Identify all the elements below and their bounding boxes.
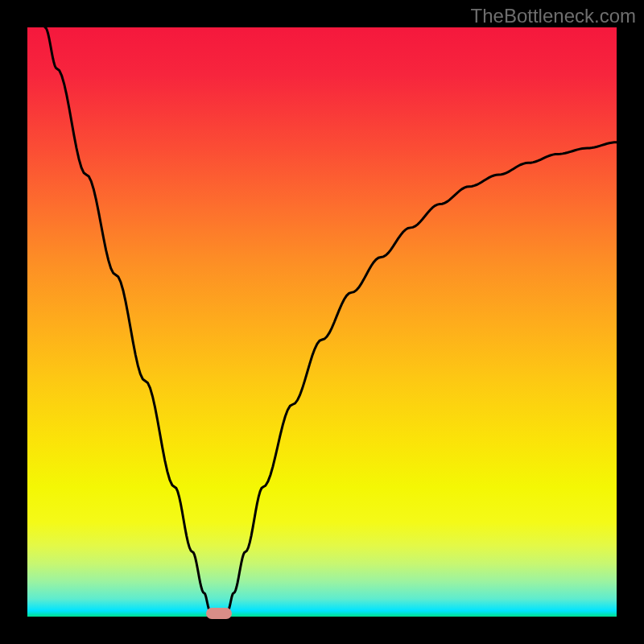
watermark-text: TheBottleneck.com — [471, 5, 636, 27]
optimum-marker — [206, 608, 232, 619]
plot-area — [27, 27, 617, 617]
chart-frame: TheBottleneck.com — [0, 0, 644, 644]
bottleneck-curve — [27, 27, 617, 617]
